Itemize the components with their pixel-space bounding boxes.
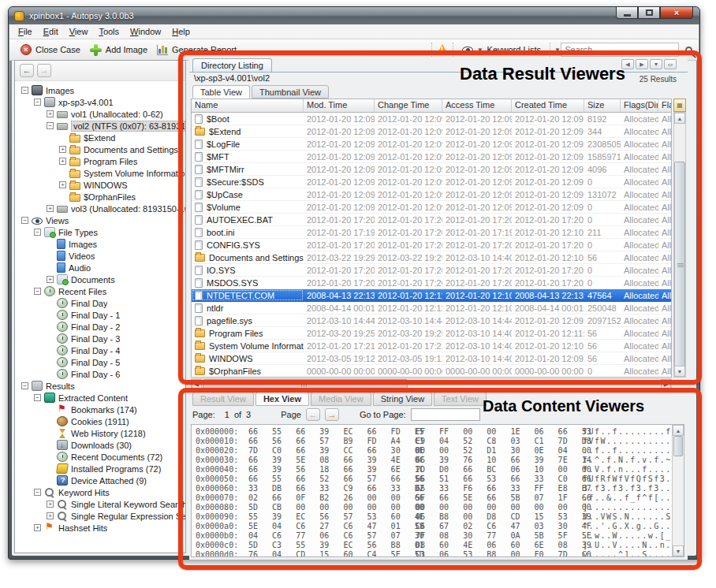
- tree-item-videos[interactable]: Videos: [15, 250, 185, 262]
- tree-item-keyword-hits[interactable]: −Keyword Hits: [15, 486, 185, 498]
- column-settings-icon[interactable]: ▦: [673, 99, 686, 112]
- keyword-lists-button[interactable]: ▼ Keyword Lists: [457, 43, 546, 56]
- tree-item-documents-and-settings[interactable]: +Documents and Settings: [15, 143, 185, 155]
- table-row-program-files[interactable]: Program Files2012-03-20 19:25:022012-03-…: [192, 327, 671, 340]
- table-row-msdos-sys[interactable]: MSDOS.SYS2012-01-20 17:20:492012-01-20 1…: [192, 277, 671, 289]
- tree-item-final-day-5[interactable]: Final Day - 5: [15, 356, 185, 368]
- tree-item-final-day-2[interactable]: Final Day - 2: [15, 321, 185, 333]
- column-header-name[interactable]: Name: [192, 99, 304, 112]
- collapse-icon[interactable]: −: [47, 122, 54, 129]
- column-header-change-time[interactable]: Change Time: [375, 99, 442, 112]
- collapse-icon[interactable]: −: [34, 229, 41, 236]
- table-row-mftmirr[interactable]: $MFTMirr2012-01-20 12:09:032012-01-20 12…: [192, 163, 671, 176]
- tab-table-view[interactable]: Table View: [192, 85, 250, 99]
- goto-page-input[interactable]: [411, 408, 480, 421]
- scrollbar-thumb[interactable]: [674, 162, 685, 368]
- column-header-size[interactable]: Size: [584, 99, 621, 112]
- hex-scrollbar-thumb[interactable]: [673, 436, 683, 456]
- table-row-ntldr[interactable]: ntldr2008-04-14 00:01:442012-01-20 12:11…: [192, 302, 671, 314]
- panel-maximize-icon[interactable]: ▭: [664, 59, 677, 69]
- search-input[interactable]: [561, 43, 679, 57]
- tab-hex-view[interactable]: Hex View: [255, 392, 309, 406]
- table-row-extend[interactable]: $Extend2012-01-20 12:09:032012-01-20 12:…: [192, 125, 671, 138]
- panel-menu-icon[interactable]: ▼: [650, 59, 662, 69]
- table-row-windows[interactable]: WINDOWS2012-03-05 19:12:382012-03-05 19:…: [192, 352, 671, 365]
- collapse-icon[interactable]: −: [34, 288, 41, 295]
- table-row-documents-and-settings[interactable]: Documents and Settings2012-03-22 19:29:5…: [192, 251, 671, 264]
- title-bar[interactable]: xpinbox1 - Autopsy 3.0.0b3 ×: [9, 7, 699, 24]
- minimize-button[interactable]: [616, 7, 638, 19]
- expand-icon[interactable]: +: [47, 501, 54, 508]
- table-horizontal-scrollbar[interactable]: ◀ ▶: [191, 378, 672, 389]
- scrollbar-thumb-h[interactable]: [203, 379, 408, 389]
- expand-icon[interactable]: +: [47, 276, 54, 283]
- scroll-down-icon[interactable]: ▼: [674, 366, 685, 377]
- tree-item-bookmarks-174[interactable]: Bookmarks (174): [15, 404, 185, 415]
- tree-item-device-attached-9[interactable]: Device Attached (9): [15, 474, 185, 486]
- collapse-icon[interactable]: −: [21, 217, 28, 224]
- tree-item-audio[interactable]: Audio: [15, 262, 185, 274]
- table-row-logfile[interactable]: $LogFile2012-01-20 12:09:032012-01-20 12…: [192, 138, 671, 151]
- page-next-button[interactable]: →: [325, 408, 339, 421]
- tree-item-vol1-unallocated-0-62[interactable]: +vol1 (Unallocated: 0-62): [15, 108, 185, 120]
- expand-icon[interactable]: +: [59, 181, 66, 188]
- collapse-icon[interactable]: −: [21, 87, 28, 94]
- forward-button[interactable]: →: [37, 64, 51, 77]
- tab-string-view[interactable]: String View: [373, 392, 432, 406]
- table-row-orphanfiles[interactable]: $OrphanFiles0000-00-00 00:00:000000-00-0…: [192, 365, 671, 378]
- tree-item-results[interactable]: −Results: [15, 380, 185, 392]
- tree-item-images[interactable]: −Images: [15, 84, 185, 96]
- tree-item-xp-sp3-v4-001[interactable]: −xp-sp3-v4.001: [15, 96, 185, 108]
- tree-item-views[interactable]: −Views: [15, 214, 185, 226]
- expand-icon[interactable]: +: [47, 110, 54, 117]
- panel-next-icon[interactable]: ▶: [636, 59, 648, 69]
- tree-item-final-day-4[interactable]: Final Day - 4: [15, 344, 185, 356]
- directory-listing-tab[interactable]: Directory Listing: [192, 58, 272, 72]
- tree-item-single-regular-expression-search-0[interactable]: +Single Regular Expression Search (0): [15, 510, 185, 522]
- table-vertical-scrollbar[interactable]: ▲ ▼: [673, 112, 686, 378]
- table-row-autoexec-bat[interactable]: AUTOEXEC.BAT2012-01-20 17:20:492012-01-2…: [192, 214, 671, 226]
- menu-tools[interactable]: Tools: [93, 25, 125, 38]
- panel-prev-icon[interactable]: ◀: [621, 59, 634, 69]
- table-row-config-sys[interactable]: CONFIG.SYS2012-01-20 17:20:492012-01-20 …: [192, 239, 671, 251]
- expand-icon[interactable]: +: [59, 158, 66, 165]
- table-row-upcase[interactable]: $UpCase2012-01-20 12:09:032012-01-20 12:…: [192, 188, 671, 201]
- tree-item-downloads-30[interactable]: Downloads (30): [15, 439, 185, 451]
- table-row-boot-ini[interactable]: boot.ini2012-01-20 17:19:252012-01-20 17…: [192, 226, 671, 239]
- tree-item-final-day-6[interactable]: Final Day - 6: [15, 368, 185, 380]
- scroll-right-icon[interactable]: ▶: [661, 379, 671, 389]
- tree-item-web-history-1218[interactable]: Web History (1218): [15, 427, 185, 439]
- hex-vertical-scrollbar[interactable]: ▲ ▼: [672, 425, 684, 556]
- tree-item-final-day[interactable]: Final Day: [15, 297, 185, 309]
- search-icon[interactable]: [685, 47, 692, 54]
- tree-item-final-day-1[interactable]: Final Day - 1: [15, 309, 185, 321]
- column-header-mod-time[interactable]: Mod. Time: [304, 99, 375, 112]
- table-row-ntdetect-com[interactable]: NTDETECT.COM2008-04-13 22:13:042012-01-2…: [192, 289, 671, 302]
- tree-item-recent-files[interactable]: −Recent Files: [15, 285, 185, 297]
- close-button[interactable]: ×: [660, 7, 693, 19]
- hex-scroll-up-icon[interactable]: ▲: [673, 425, 684, 436]
- generate-report-button[interactable]: Generate Report: [152, 43, 241, 57]
- search-dropdown-icon[interactable]: ▼: [554, 47, 561, 54]
- table-row-secure-sds[interactable]: $Secure:$SDS2012-01-20 12:09:032012-01-2…: [192, 176, 671, 188]
- expand-icon[interactable]: +: [47, 512, 54, 519]
- scroll-up-icon[interactable]: ▲: [674, 113, 685, 124]
- tree-item-installed-programs-72[interactable]: Installed Programs (72): [15, 463, 185, 474]
- close-case-button[interactable]: × Close Case: [16, 43, 85, 57]
- column-header-created-time[interactable]: Created Time: [512, 99, 584, 112]
- tree-item-extend[interactable]: $Extend: [15, 132, 185, 143]
- tree-item-file-types[interactable]: −File Types: [15, 226, 185, 238]
- scroll-left-icon[interactable]: ◀: [192, 379, 202, 389]
- menu-file[interactable]: File: [13, 25, 38, 38]
- column-header-access-time[interactable]: Access Time: [442, 99, 512, 112]
- tree-item-recent-documents-72[interactable]: Recent Documents (72): [15, 451, 185, 463]
- table-row-system-volume-information[interactable]: System Volume Information2012-01-20 17:2…: [192, 340, 671, 352]
- tree-item-cookies-1911[interactable]: Cookies (1911): [15, 415, 185, 427]
- maximize-button[interactable]: [638, 7, 660, 19]
- tree-item-final-day-3[interactable]: Final Day - 3: [15, 333, 185, 344]
- menu-window[interactable]: Window: [125, 25, 166, 38]
- tree-item-vol2-ntfs-0x07-63-8193149[interactable]: −vol2 (NTFS (0x07): 63-8193149): [15, 120, 185, 132]
- table-row-boot[interactable]: $Boot2012-01-20 12:09:032012-01-20 12:09…: [192, 113, 671, 125]
- column-header-flags[interactable]: Flags(: [658, 99, 672, 112]
- tree-item-hashset-hits[interactable]: +Hashset Hits: [15, 522, 185, 534]
